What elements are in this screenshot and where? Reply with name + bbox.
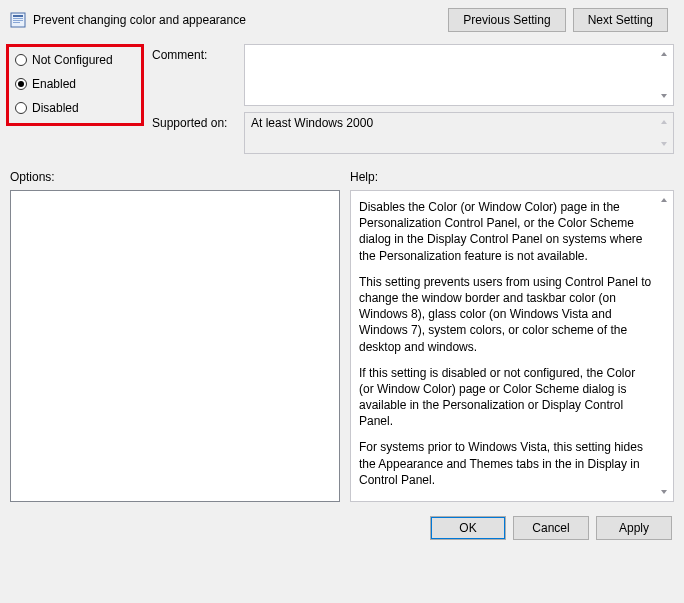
options-panel (10, 190, 340, 502)
svg-rect-3 (13, 20, 23, 21)
radio-circle-icon (15, 102, 27, 114)
radio-label: Enabled (32, 77, 76, 91)
comment-value (245, 45, 673, 51)
svg-rect-2 (13, 18, 23, 19)
radio-enabled[interactable]: Enabled (15, 77, 129, 91)
scrollbar (656, 192, 672, 500)
help-section-label: Help: (350, 170, 674, 184)
scroll-down-icon (656, 484, 672, 500)
svg-rect-4 (13, 22, 20, 23)
help-paragraph: Disables the Color (or Window Color) pag… (359, 199, 653, 264)
next-setting-button[interactable]: Next Setting (573, 8, 668, 32)
radio-circle-filled-icon (15, 78, 27, 90)
options-section-label: Options: (10, 170, 340, 184)
radio-label: Disabled (32, 101, 79, 115)
radio-label: Not Configured (32, 53, 113, 67)
supported-on-label: Supported on: (152, 112, 238, 130)
scroll-up-icon (656, 114, 672, 130)
page-title: Prevent changing color and appearance (33, 13, 246, 27)
cancel-button[interactable]: Cancel (513, 516, 589, 540)
scrollbar (656, 46, 672, 104)
supported-on-value: At least Windows 2000 (251, 116, 373, 130)
help-panel[interactable]: Disables the Color (or Window Color) pag… (350, 190, 674, 502)
svg-rect-1 (13, 15, 23, 17)
radio-disabled[interactable]: Disabled (15, 101, 129, 115)
radio-circle-icon (15, 54, 27, 66)
apply-button[interactable]: Apply (596, 516, 672, 540)
help-paragraph: For systems prior to Windows Vista, this… (359, 439, 653, 488)
state-radio-group: Not Configured Enabled Disabled (6, 44, 144, 126)
help-paragraph: If this setting is disabled or not confi… (359, 365, 653, 430)
policy-icon (10, 12, 26, 28)
previous-setting-button[interactable]: Previous Setting (448, 8, 565, 32)
radio-not-configured[interactable]: Not Configured (15, 53, 129, 67)
comment-label: Comment: (152, 44, 238, 62)
scroll-up-icon (656, 192, 672, 208)
scrollbar (656, 114, 672, 152)
help-paragraph: This setting prevents users from using C… (359, 274, 653, 355)
ok-button[interactable]: OK (430, 516, 506, 540)
comment-textarea[interactable] (244, 44, 674, 106)
scroll-down-icon (656, 88, 672, 104)
supported-on-field: At least Windows 2000 (244, 112, 674, 154)
scroll-down-icon (656, 136, 672, 152)
